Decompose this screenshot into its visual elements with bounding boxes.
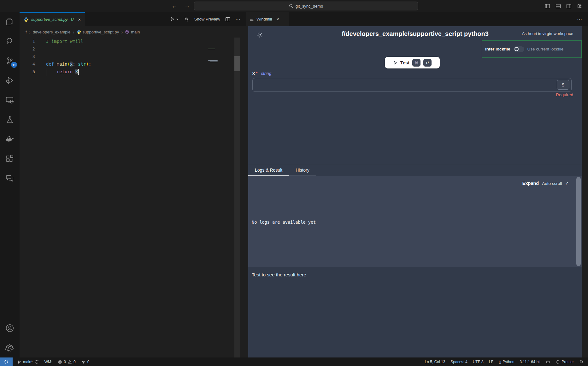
status-bar: main* WM: 0 0 0 Ln 5, Col 13 Spaces: 4 U…	[0, 357, 588, 366]
result-tabs: Logs & Result History	[248, 164, 582, 176]
warning-icon	[68, 360, 72, 364]
notifications-bell[interactable]	[579, 360, 584, 364]
python-file-icon	[77, 30, 81, 34]
breadcrumb-folder[interactable]: developers_example	[33, 30, 71, 34]
arg-type-label: string	[261, 71, 271, 76]
breadcrumb-root[interactable]: f	[26, 30, 27, 34]
toggle-knob	[514, 47, 519, 51]
variable-picker-button[interactable]: $	[557, 80, 569, 90]
comments-icon[interactable]	[0, 168, 20, 188]
title-bar: ← → git_sync_demo	[0, 0, 588, 12]
git-branch-status[interactable]: main*	[17, 360, 39, 364]
breadcrumb-symbol[interactable]: main	[125, 30, 140, 34]
tab-history[interactable]: History	[289, 164, 316, 176]
argument-label-row: x * string	[252, 71, 271, 76]
windmill-panel: f/developers_example/supportive_script p…	[248, 26, 582, 357]
language-mode[interactable]: { } Python	[499, 360, 514, 364]
logs-panel: Expand Auto scroll ✓ No logs are availab…	[248, 176, 582, 267]
autoscroll-label[interactable]: Auto scroll	[542, 181, 562, 186]
minimap[interactable]	[204, 47, 234, 73]
infer-lockfile-label: Infer lockfile	[485, 47, 510, 51]
run-python-file-button[interactable]	[170, 17, 179, 21]
scrollbar-thumb[interactable]	[234, 56, 240, 71]
settings-gear-icon[interactable]	[0, 338, 20, 357]
activity-bar: 11	[0, 12, 20, 357]
forward-icon[interactable]: →	[184, 3, 190, 9]
test-button-label: Test	[400, 60, 410, 65]
remote-explorer-icon[interactable]	[0, 90, 20, 110]
tab-supportive-script[interactable]: supportive_script.py U ×	[20, 12, 85, 26]
braces-icon: { }	[499, 360, 501, 364]
extensions-icon[interactable]	[0, 149, 20, 168]
tab-close-icon[interactable]: ×	[276, 16, 279, 22]
docker-icon[interactable]	[0, 129, 20, 149]
editor-scrollbar[interactable]	[234, 38, 240, 357]
prettier-icon	[556, 360, 560, 364]
test-button[interactable]: Test ⌘ ↵	[385, 57, 440, 68]
testing-icon[interactable]	[0, 110, 20, 129]
ports-status[interactable]: 0	[81, 360, 90, 364]
branch-icon	[17, 360, 21, 364]
indentation[interactable]: Spaces: 4	[450, 360, 467, 364]
enter-key-icon: ↵	[423, 59, 432, 67]
arg-name: x	[252, 71, 255, 76]
command-center[interactable]: git_sync_demo	[194, 2, 418, 10]
logs-scrollbar[interactable]	[576, 177, 581, 266]
tab-windmill[interactable]: Windmill ×	[246, 12, 289, 26]
sync-icon	[34, 360, 39, 364]
logs-empty-message: No logs are available yet	[252, 220, 316, 225]
back-icon[interactable]: ←	[171, 3, 177, 9]
toggle-panel-icon[interactable]	[556, 3, 561, 9]
code-line[interactable]: 1# import wmill	[20, 38, 246, 45]
breadcrumb-separator-icon: ›	[73, 29, 74, 35]
text-cursor	[78, 69, 79, 75]
source-control-graph-icon[interactable]	[184, 16, 189, 22]
breadcrumb-separator-icon: ›	[121, 29, 123, 35]
split-editor-icon[interactable]	[225, 17, 230, 22]
copilot-status[interactable]	[546, 360, 550, 364]
arg-x-input[interactable]	[252, 78, 572, 92]
user-workspace-context: As henri in virgin-workspace	[522, 31, 573, 36]
windmill-tab-label: Windmill	[256, 17, 272, 21]
expand-logs-button[interactable]: Expand	[522, 181, 539, 186]
required-star: *	[256, 71, 257, 76]
cursor-position[interactable]: Ln 5, Col 13	[425, 360, 445, 364]
explorer-icon[interactable]	[0, 12, 20, 32]
editor-tab-strip: supportive_script.py U × Show Preview ⋯	[20, 12, 246, 26]
lockfile-options-box: Infer lockfile Use current lockfile	[482, 40, 582, 58]
toggle-sidebar-icon[interactable]	[545, 3, 550, 9]
tab-logs-result[interactable]: Logs & Result	[248, 164, 289, 176]
windmill-status[interactable]: WM:	[44, 360, 52, 364]
tab-close-icon[interactable]: ×	[78, 17, 81, 22]
account-icon[interactable]	[0, 318, 20, 338]
breadcrumb: f › developers_example › supportive_scri…	[20, 26, 246, 38]
error-icon	[58, 360, 62, 364]
show-preview-button[interactable]: Show Preview	[194, 17, 220, 21]
encoding[interactable]: UTF-8	[473, 360, 484, 364]
eol-sequence[interactable]: LF	[489, 360, 493, 364]
windmill-more-actions-icon[interactable]: ⋯	[577, 16, 588, 22]
breadcrumb-file[interactable]: supportive_script.py	[77, 30, 119, 34]
windmill-tab-strip: Windmill × ⋯	[246, 12, 588, 26]
vscode-window: ← → git_sync_demo 11	[0, 0, 588, 366]
source-control-icon[interactable]: 11	[0, 51, 20, 71]
python-interpreter[interactable]: 3.11.1 64-bit	[520, 360, 540, 364]
autoscroll-check-icon[interactable]: ✓	[565, 181, 569, 186]
lockfile-toggle[interactable]	[514, 46, 524, 52]
cmd-key-icon: ⌘	[412, 59, 420, 67]
code-editor[interactable]: 1# import wmill234def main(x: str):5 ret…	[20, 38, 246, 357]
windmill-webview: f/developers_example/supportive_script p…	[246, 26, 588, 357]
search-icon	[289, 4, 293, 8]
editor-more-actions-icon[interactable]: ⋯	[235, 16, 241, 22]
run-debug-icon[interactable]	[0, 71, 20, 90]
toggle-secondary-sidebar-icon[interactable]	[566, 3, 572, 9]
search-sidebar-icon[interactable]	[0, 32, 20, 51]
problems-status[interactable]: 0 0	[58, 360, 75, 364]
customize-layout-icon[interactable]	[577, 3, 582, 9]
formatter-status[interactable]: Prettier	[556, 360, 574, 364]
broadcast-icon	[81, 360, 86, 364]
remote-indicator[interactable]	[0, 357, 13, 366]
symbol-method-icon	[125, 30, 129, 34]
breadcrumb-separator-icon: ›	[29, 29, 31, 35]
bell-icon	[579, 360, 584, 364]
